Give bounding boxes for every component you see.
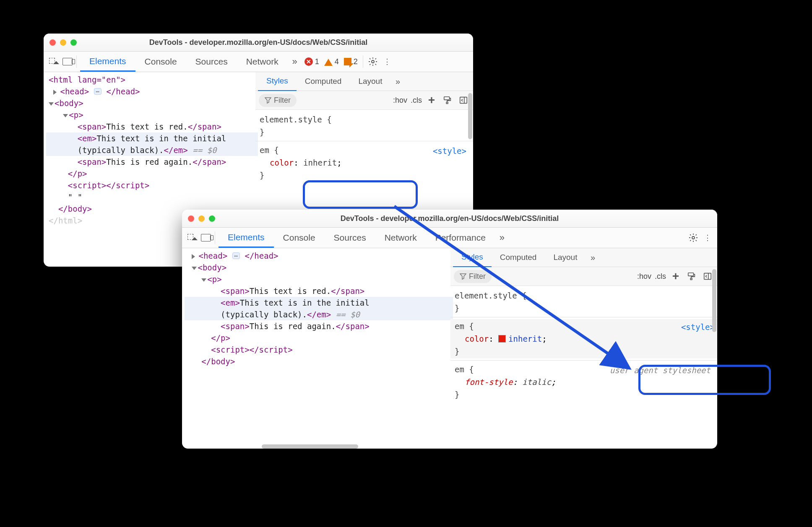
color-swatch-icon[interactable]: [498, 335, 506, 343]
more-subtabs-icon[interactable]: »: [390, 74, 405, 88]
svg-rect-8: [704, 273, 711, 280]
style-rules[interactable]: element.style { } <style> em { color: in…: [450, 286, 717, 404]
new-rule-icon[interactable]: +: [425, 94, 438, 106]
hov-toggle[interactable]: :hov: [393, 96, 407, 105]
scrollbar-vertical[interactable]: [468, 93, 472, 139]
element-style-rule[interactable]: element.style { }: [455, 288, 713, 315]
ellipsis-icon[interactable]: ⋯: [232, 252, 240, 259]
scrollbar-vertical[interactable]: [712, 269, 716, 332]
style-source-link[interactable]: <style>: [433, 145, 466, 157]
style-rules[interactable]: element.style { } <style> em { color: in…: [255, 110, 473, 185]
tab-performance[interactable]: Performance: [426, 228, 495, 248]
titlebar[interactable]: DevTools - developer.mozilla.org/en-US/d…: [44, 34, 473, 52]
panel-tabs: Elements Console Sources Network: [80, 52, 288, 72]
main-toolbar: Elements Console Sources Network Perform…: [182, 228, 717, 248]
device-toggle-icon[interactable]: [60, 55, 75, 69]
subtab-computed[interactable]: Computed: [297, 72, 350, 91]
close-icon[interactable]: [49, 39, 56, 46]
panel-tabs: Elements Console Sources Network Perform…: [219, 228, 495, 248]
tab-console[interactable]: Console: [135, 52, 186, 72]
kebab-icon[interactable]: ⋮: [380, 55, 394, 69]
tab-network[interactable]: Network: [237, 52, 288, 72]
svg-rect-7: [690, 278, 692, 280]
svg-rect-3: [460, 97, 467, 104]
em-rule[interactable]: <style> em { color: inherit; }: [450, 319, 717, 358]
subtab-styles[interactable]: Styles: [258, 72, 297, 91]
inspect-icon[interactable]: [46, 55, 60, 69]
tab-sources[interactable]: Sources: [325, 228, 375, 248]
cls-toggle[interactable]: .cls: [655, 272, 666, 281]
styles-panel: Styles Computed Layout » Filter :hov .cl…: [450, 248, 717, 433]
filter-icon: [265, 97, 271, 104]
element-style-rule[interactable]: element.style { }: [260, 112, 469, 139]
zoom-icon[interactable]: [209, 215, 215, 222]
ua-em-rule[interactable]: user agent stylesheet em { font-style: i…: [455, 362, 713, 402]
subtab-layout[interactable]: Layout: [350, 72, 390, 91]
zoom-icon[interactable]: [70, 39, 77, 46]
ellipsis-icon[interactable]: ⋯: [94, 88, 102, 95]
subtab-styles[interactable]: Styles: [453, 248, 492, 267]
window-controls: [188, 215, 215, 222]
inspect-icon[interactable]: [185, 231, 199, 245]
ua-stylesheet-label: user agent stylesheet: [610, 364, 710, 376]
window-controls: [49, 39, 77, 46]
settings-icon[interactable]: [366, 55, 380, 69]
svg-rect-2: [446, 102, 448, 104]
issues-badge[interactable]: 2: [344, 57, 358, 66]
cls-toggle[interactable]: .cls: [411, 96, 422, 105]
close-icon[interactable]: [188, 215, 194, 222]
new-rule-icon[interactable]: +: [669, 270, 682, 283]
scrollbar-horizontal[interactable]: [262, 444, 358, 449]
window-title: DevTools - developer.mozilla.org/en-US/d…: [188, 214, 711, 223]
paint-icon[interactable]: [685, 270, 698, 283]
minimize-icon[interactable]: [60, 39, 66, 46]
svg-rect-6: [688, 273, 694, 276]
subtab-layout[interactable]: Layout: [545, 248, 586, 267]
dom-tree[interactable]: <head> ⋯ </head> <body> <p> <span>This t…: [182, 248, 453, 449]
paint-icon[interactable]: [441, 94, 454, 106]
device-toggle-icon[interactable]: [199, 231, 213, 245]
filter-input[interactable]: Filter: [454, 270, 492, 283]
more-subtabs-icon[interactable]: »: [586, 250, 600, 265]
svg-rect-1: [444, 97, 450, 100]
main-toolbar: Elements Console Sources Network » ✕1 4 …: [44, 52, 473, 72]
filter-input[interactable]: Filter: [259, 94, 297, 107]
settings-icon[interactable]: [686, 231, 700, 245]
tab-elements[interactable]: Elements: [80, 52, 135, 72]
em-rule[interactable]: <style> em { color: inherit; }: [260, 143, 469, 182]
tab-console[interactable]: Console: [274, 228, 325, 248]
svg-point-5: [692, 236, 695, 239]
svg-point-0: [372, 60, 374, 63]
tab-sources[interactable]: Sources: [186, 52, 237, 72]
filter-icon: [460, 273, 466, 280]
subtab-computed[interactable]: Computed: [492, 248, 545, 267]
window-title: DevTools - developer.mozilla.org/en-US/d…: [49, 38, 467, 47]
style-source-link[interactable]: <style>: [681, 321, 715, 333]
warnings-badge[interactable]: 4: [324, 56, 339, 67]
minimize-icon[interactable]: [198, 215, 205, 222]
titlebar[interactable]: DevTools - developer.mozilla.org/en-US/d…: [182, 210, 717, 228]
tab-elements[interactable]: Elements: [219, 228, 274, 248]
more-tabs-icon[interactable]: »: [288, 55, 302, 69]
errors-badge[interactable]: ✕1: [304, 57, 319, 66]
more-tabs-icon[interactable]: »: [495, 231, 509, 245]
hov-toggle[interactable]: :hov: [637, 272, 651, 281]
kebab-icon[interactable]: ⋮: [700, 231, 715, 245]
tab-network[interactable]: Network: [375, 228, 426, 248]
devtools-window-front: DevTools - developer.mozilla.org/en-US/d…: [182, 210, 717, 449]
